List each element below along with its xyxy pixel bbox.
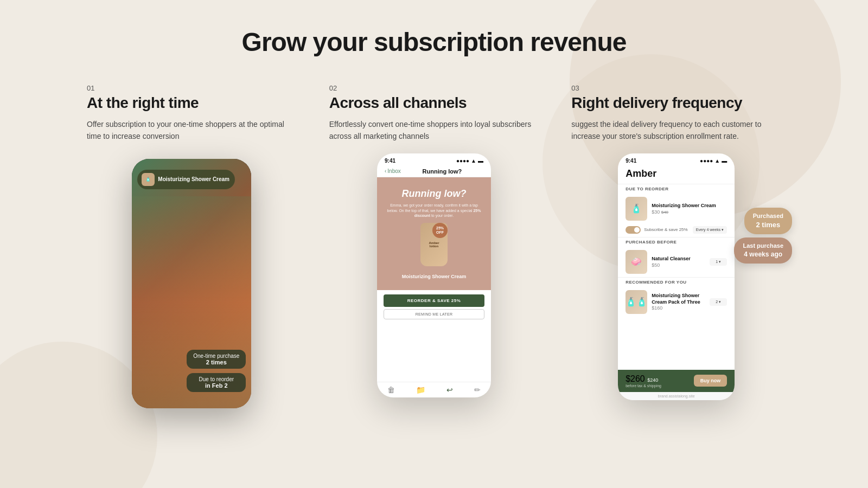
product-row-1: 🧴 Moisturizing Shower Cream $30 $40 xyxy=(618,194,735,224)
phone1: 🧴 Moisturizing Shower Cream One-time pur… xyxy=(132,159,251,408)
subscribe-row: Subscribe & save 25% Every 4 weeks ▾ xyxy=(618,224,735,237)
phone3-wrapper: 9:41 ●●●● ▲ ▬ Amber DUE TO REORDER 🧴 Moi… xyxy=(571,153,781,400)
product-badge-label: Moisturizing Shower Cream xyxy=(158,176,229,182)
battery-icon: ▬ xyxy=(478,158,483,164)
col1-heading: At the right time xyxy=(87,94,297,112)
email-product-name: Moisturizing Shower Cream xyxy=(386,274,482,284)
product3-qty-value: 2 xyxy=(716,300,718,304)
product-image-area: Amberlotion 25% OFF xyxy=(415,223,453,272)
phone3-time: 9:41 xyxy=(626,158,636,164)
phone3-status-icons: ●●●● ▲ ▬ xyxy=(700,158,727,164)
email-hero-body: Emma, we got your order ready, confirm i… xyxy=(386,203,482,219)
qty-chevron: ▾ xyxy=(719,260,721,264)
one-time-label: One-time purchase xyxy=(193,353,239,359)
product-bottle: Amberlotion 25% OFF xyxy=(420,223,448,266)
product1-info: Moisturizing Shower Cream $30 $40 xyxy=(652,203,727,215)
status-icons: ●●●● ▲ ▬ xyxy=(456,158,483,164)
reorder-badge: Due to reorder in Feb 2 xyxy=(187,373,246,392)
buy-now-button[interactable]: Buy now xyxy=(694,375,727,387)
email-hero-title: Running low? xyxy=(386,188,482,200)
footer-old-price: $260 xyxy=(626,374,645,383)
back-chevron: ‹ xyxy=(385,168,386,174)
site-url: brand.assistalong.site xyxy=(618,392,735,400)
phone2-tab-bar: 🗑 📁 ↩ ✏ xyxy=(377,382,491,397)
col2-number: 02 xyxy=(329,84,539,92)
product2-qty[interactable]: 1 ▾ xyxy=(710,258,727,266)
wifi-icon: ▲ xyxy=(471,158,476,164)
tab-reply-icon[interactable]: ↩ xyxy=(446,386,453,394)
subscribe-save-text: Subscribe & save 25% xyxy=(644,227,689,232)
discount-off: OFF xyxy=(436,230,444,235)
phone1-wrapper: 🧴 Moisturizing Shower Cream One-time pur… xyxy=(87,159,297,408)
product3-price: $160 xyxy=(652,305,705,311)
reorder-cta-button[interactable]: REORDER & SAVE 25% xyxy=(384,294,484,307)
email-hero: Running low? Emma, we got your order rea… xyxy=(377,177,491,290)
product-row-3: 🧴🧴 Moisturizing Shower Cream Pack of Thr… xyxy=(618,287,735,317)
email-nav-title: Running low? xyxy=(401,168,483,175)
last-purchase-label: Last purchase xyxy=(743,242,783,249)
column-2: 02 Across all channels Effortlessly conv… xyxy=(329,84,539,397)
checkout-footer: $260 $240 before tax & shipping Buy now xyxy=(618,370,735,392)
frequency-selector[interactable]: Every 4 weeks ▾ xyxy=(693,226,727,234)
bottle-label: Amberlotion xyxy=(429,241,439,248)
product-thumbnail: 🧴 xyxy=(142,173,155,186)
phone1-product-badge: 🧴 Moisturizing Shower Cream xyxy=(137,170,235,189)
product2-name: Natural Cleanser xyxy=(652,256,705,262)
col1-number: 01 xyxy=(87,84,297,92)
tab-compose-icon[interactable]: ✏ xyxy=(474,386,481,394)
discount-pct: 25% xyxy=(436,226,444,230)
phone2-status-bar: 9:41 ●●●● ▲ ▬ xyxy=(377,153,491,166)
reorder-date: in Feb 2 xyxy=(193,382,239,389)
footer-price-row: $260 $240 xyxy=(626,374,661,384)
purchased-label: Purchased xyxy=(753,213,783,219)
section-due-to-reorder: DUE TO REORDER xyxy=(618,184,735,194)
product2-info: Natural Cleanser $50 xyxy=(652,256,705,268)
discount-badge: 25% OFF xyxy=(432,223,448,238)
back-button[interactable]: ‹ Inbox xyxy=(385,168,401,174)
phone2: 9:41 ●●●● ▲ ▬ ‹ Inbox Running low? xyxy=(377,153,491,397)
footer-subtitle: before tax & shipping xyxy=(626,384,661,388)
product1-name: Moisturizing Shower Cream xyxy=(652,203,727,209)
footer-current-price: $240 xyxy=(647,377,658,383)
product3-image: 🧴🧴 xyxy=(626,290,647,314)
product2-qty-value: 1 xyxy=(716,260,718,264)
col1-desc: Offer subscription to your one-time shop… xyxy=(87,118,297,143)
tab-trash-icon[interactable]: 🗑 xyxy=(387,386,395,394)
product1-image: 🧴 xyxy=(626,197,647,221)
tab-folder-icon[interactable]: 📁 xyxy=(416,386,425,394)
col2-heading: Across all channels xyxy=(329,94,539,112)
product1-price: $30 $40 xyxy=(652,209,727,215)
section-purchased-before: PURCHASED BEFORE xyxy=(618,237,735,247)
phone3-signal: ●●●● xyxy=(700,158,713,164)
col3-desc: suggest the ideal delivery frequency to … xyxy=(571,118,781,143)
back-label: Inbox xyxy=(387,168,400,174)
product3-info: Moisturizing Shower Cream Pack of Three … xyxy=(652,293,705,311)
remind-later-button[interactable]: REMIND ME LATER xyxy=(384,309,484,319)
user-name: Amber xyxy=(618,166,735,184)
last-purchase-time: 4 weeks ago xyxy=(743,250,783,259)
col2-desc: Effortlessly convert one-time shoppers i… xyxy=(329,118,539,143)
phone3: 9:41 ●●●● ▲ ▬ Amber DUE TO REORDER 🧴 Moi… xyxy=(618,153,735,400)
product3-qty[interactable]: 2 ▾ xyxy=(710,298,727,306)
last-purchase-badge: Last purchase 4 weeks ago xyxy=(734,237,792,264)
phone1-image: 🧴 Moisturizing Shower Cream One-time pur… xyxy=(132,159,251,408)
col3-number: 03 xyxy=(571,84,781,92)
subscribe-toggle[interactable] xyxy=(626,226,641,234)
product-row-2: 🧼 Natural Cleanser $50 1 ▾ xyxy=(618,247,735,277)
footer-price-area: $260 $240 before tax & shipping xyxy=(626,374,661,388)
phone2-content: Running low? Emma, we got your order rea… xyxy=(377,177,491,382)
frequency-label: Every 4 weeks xyxy=(696,228,721,232)
freq-chevron: ▾ xyxy=(722,228,724,232)
product1-old-price: $40 xyxy=(661,210,668,215)
phone2-time: 9:41 xyxy=(385,158,395,164)
column-1: 01 At the right time Offer subscription … xyxy=(87,84,297,408)
one-time-count: 2 times xyxy=(193,359,239,365)
phone3-battery: ▬ xyxy=(722,158,727,164)
column-3: 03 Right delivery frequency suggest the … xyxy=(571,84,781,400)
columns-container: 01 At the right time Offer subscription … xyxy=(87,84,781,408)
signal-icon: ●●●● xyxy=(456,158,469,164)
one-time-badge: One-time purchase 2 times xyxy=(187,350,246,369)
product2-image: 🧼 xyxy=(626,250,647,274)
phone2-nav: ‹ Inbox Running low? xyxy=(377,166,491,177)
reorder-label: Due to reorder xyxy=(199,376,234,382)
